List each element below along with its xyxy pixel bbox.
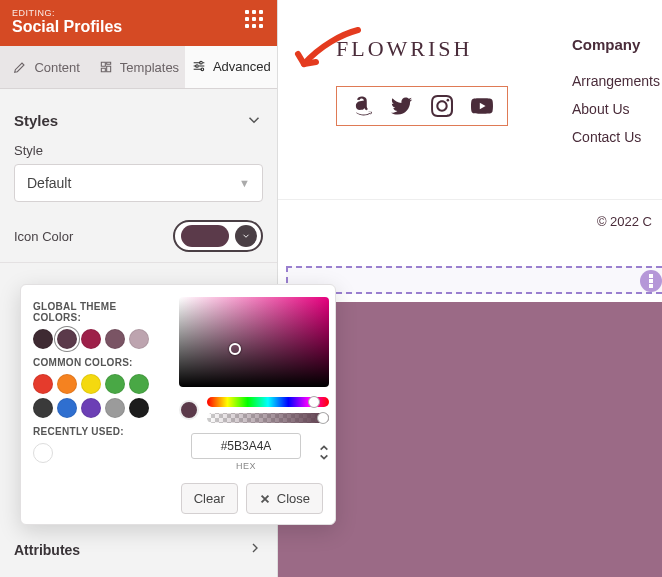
drag-handle-icon[interactable]: [243, 8, 265, 30]
saturation-cursor[interactable]: [229, 343, 241, 355]
color-swatch[interactable]: [105, 374, 125, 394]
global-theme-colors: [33, 329, 165, 349]
youtube-icon[interactable]: [471, 95, 493, 117]
color-swatch[interactable]: [129, 329, 149, 349]
social-icons-box: [336, 86, 508, 126]
twitter-icon[interactable]: [391, 95, 413, 117]
chevron-right-icon: [247, 540, 263, 559]
templates-icon: [98, 59, 114, 75]
icon-color-picker-trigger[interactable]: [173, 220, 263, 252]
format-stepper[interactable]: [319, 444, 329, 461]
block-title: Social Profiles: [12, 18, 122, 36]
brand-column: FLOWRISH: [336, 36, 508, 126]
footer-link[interactable]: About Us: [572, 101, 660, 117]
clear-button[interactable]: Clear: [181, 483, 238, 514]
chevron-down-icon: [245, 111, 263, 129]
color-swatch-preview: [181, 225, 229, 247]
sliders-icon: [191, 58, 207, 74]
color-swatch[interactable]: [33, 374, 53, 394]
hex-input[interactable]: [191, 433, 301, 459]
style-label: Style: [14, 143, 263, 158]
color-swatch[interactable]: [33, 398, 53, 418]
builder-handle-icon[interactable]: [640, 270, 662, 292]
global-colors-label: GLOBAL THEME COLORS:: [33, 301, 165, 323]
close-button[interactable]: Close: [246, 483, 323, 514]
color-swatch[interactable]: [57, 374, 77, 394]
brand-logo-text: FLOWRISH: [336, 36, 508, 62]
color-swatch[interactable]: [33, 329, 53, 349]
style-select-value: Default: [27, 175, 71, 191]
caret-down-icon: ▼: [239, 177, 250, 189]
svg-point-1: [196, 65, 199, 68]
alpha-slider[interactable]: [207, 413, 329, 423]
color-swatch[interactable]: [33, 443, 53, 463]
editing-eyebrow: EDITING:: [12, 8, 122, 18]
close-icon: [259, 493, 271, 505]
styles-heading: Styles: [14, 112, 58, 129]
tab-content-label: Content: [34, 60, 80, 75]
tab-templates-label: Templates: [120, 60, 179, 75]
column-heading: Company: [572, 36, 660, 53]
color-swatch[interactable]: [129, 374, 149, 394]
color-swatch[interactable]: [81, 374, 101, 394]
saturation-picker[interactable]: [179, 297, 329, 387]
tabs: Content Templates Advanced: [0, 46, 277, 89]
tab-advanced[interactable]: Advanced: [185, 46, 277, 88]
color-swatch[interactable]: [57, 329, 77, 349]
hue-slider[interactable]: [207, 397, 329, 407]
recently-used-colors: [33, 443, 165, 463]
icon-color-label: Icon Color: [14, 229, 73, 244]
style-select[interactable]: Default ▼: [14, 164, 263, 202]
tab-advanced-label: Advanced: [213, 59, 271, 74]
footer-link[interactable]: Contact Us: [572, 129, 660, 145]
color-swatch[interactable]: [129, 398, 149, 418]
builder-drop-zone[interactable]: [286, 266, 662, 294]
copyright-text: © 2022 C: [278, 200, 662, 229]
recently-used-label: RECENTLY USED:: [33, 426, 165, 437]
footer-link[interactable]: Arrangements: [572, 73, 660, 89]
pencil-icon: [12, 59, 28, 75]
color-swatch[interactable]: [57, 398, 77, 418]
amazon-icon[interactable]: [351, 95, 373, 117]
company-column: Company Arrangements About Us Contact Us: [572, 36, 660, 145]
styles-heading-row[interactable]: Styles: [14, 105, 263, 143]
current-color-swatch: [179, 400, 199, 420]
common-colors: [33, 374, 165, 418]
common-colors-label: COMMON COLORS:: [33, 357, 165, 368]
color-swatch[interactable]: [105, 398, 125, 418]
styles-section: Styles Style Default ▼ Icon Color: [0, 89, 277, 263]
hex-format-label: HEX: [236, 461, 256, 471]
attributes-section-heading[interactable]: Attributes: [0, 522, 277, 577]
tab-templates[interactable]: Templates: [92, 46, 184, 88]
svg-point-0: [200, 61, 203, 64]
panel-header: EDITING: Social Profiles: [0, 0, 277, 46]
footer-links: Arrangements About Us Contact Us: [572, 73, 660, 145]
chevron-down-icon: [235, 225, 257, 247]
color-swatch[interactable]: [81, 398, 101, 418]
footer-area: FLOWRISH Company Arrangements About Us C…: [278, 0, 662, 165]
attributes-heading: Attributes: [14, 542, 80, 558]
svg-point-3: [447, 99, 450, 102]
color-swatch[interactable]: [105, 329, 125, 349]
instagram-icon[interactable]: [431, 95, 453, 117]
svg-point-2: [201, 68, 204, 71]
color-picker-popover: GLOBAL THEME COLORS: COMMON COLORS:: [20, 284, 336, 525]
color-swatch[interactable]: [81, 329, 101, 349]
tab-content[interactable]: Content: [0, 46, 92, 88]
